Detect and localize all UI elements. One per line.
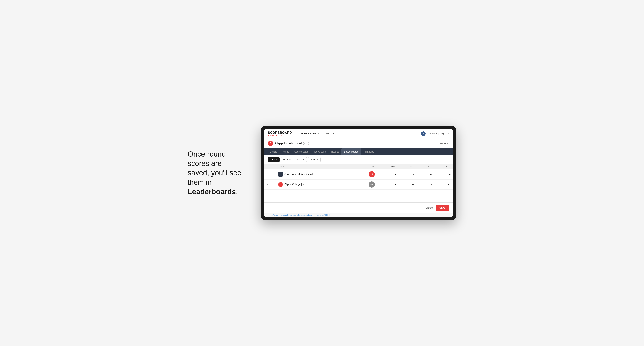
logo-area: SCOREBOARD Powered by clippd xyxy=(268,131,292,136)
user-avatar: S xyxy=(421,131,426,136)
filter-teams-btn[interactable]: Teams xyxy=(268,157,280,162)
tab-details[interactable]: Details xyxy=(267,149,280,155)
leaderboard-table: # TEAM TOTAL THRU RD1 RD2 RD3 1Scoreboar… xyxy=(264,164,453,190)
rd2-cell: -8 xyxy=(416,179,435,190)
tournament-title: Clippd Invitational xyxy=(275,142,302,145)
tab-results[interactable]: Results xyxy=(328,149,342,155)
tab-printables[interactable]: Printables xyxy=(361,149,377,155)
rd3-cell: -6 xyxy=(435,169,453,179)
close-icon: ✕ xyxy=(447,142,449,145)
thru-cell: F xyxy=(377,169,398,179)
col-rank: # xyxy=(264,164,276,169)
footer-save-btn[interactable]: Save xyxy=(436,205,449,211)
team-logo-icon xyxy=(278,172,283,177)
tab-course-setup[interactable]: Course Setup xyxy=(292,149,311,155)
section-tabs: Details Teams Course Setup Tee Groups Re… xyxy=(264,149,453,155)
filter-row: Teams Players Scores Strokes xyxy=(264,155,453,164)
tab-leaderboards[interactable]: Leaderboards xyxy=(342,149,361,155)
url-bar: https://stage-blue-coach.stagescoreboard… xyxy=(264,213,453,217)
header-right: S Test User | Sign out xyxy=(421,131,449,136)
col-rd2: RD2 xyxy=(416,164,435,169)
sign-out-link[interactable]: Sign out xyxy=(440,132,449,135)
total-cell: -5 xyxy=(354,169,377,179)
team-name: Scoreboard University [A] xyxy=(284,173,312,175)
tablet-frame: SCOREBOARD Powered by clippd TOURNAMENTS… xyxy=(260,126,456,220)
nav-tab-teams[interactable]: TEAMS xyxy=(323,129,337,138)
team-cell: Scoreboard University [A] xyxy=(276,169,354,179)
rank-cell: 2 xyxy=(264,179,276,190)
filter-scores-btn[interactable]: Scores xyxy=(294,157,307,162)
table-row: 2CClippd College [A]+3F+8-8+3 xyxy=(264,179,453,190)
col-total: TOTAL xyxy=(354,164,377,169)
cancel-tournament-btn[interactable]: Cancel ✕ xyxy=(438,142,449,145)
score-badge: +3 xyxy=(369,181,375,187)
filter-strokes-btn[interactable]: Strokes xyxy=(308,157,321,162)
tournament-icon: C xyxy=(268,141,273,146)
app-footer: Cancel Save xyxy=(264,202,453,213)
footer-cancel-btn[interactable]: Cancel xyxy=(426,206,433,209)
thru-cell: F xyxy=(377,179,398,190)
separator: | xyxy=(438,132,439,135)
table-row: 1Scoreboard University [A]-5F-4+5-6 xyxy=(264,169,453,179)
user-name: Test User xyxy=(427,132,437,135)
team-logo-c-icon: C xyxy=(278,182,283,187)
filter-players-btn[interactable]: Players xyxy=(281,157,294,162)
col-rd1: RD1 xyxy=(398,164,416,169)
rd2-cell: +5 xyxy=(416,169,435,179)
logo-text: SCOREBOARD xyxy=(268,131,292,135)
logo-sub: Powered by clippd xyxy=(268,135,292,136)
nav-tab-tournaments[interactable]: TOURNAMENTS xyxy=(298,129,323,138)
col-thru: THRU xyxy=(377,164,398,169)
rank-cell: 1 xyxy=(264,169,276,179)
sidebar-description: Once round scores are saved, you'll see … xyxy=(188,150,249,197)
rd1-cell: +8 xyxy=(398,179,416,190)
main-nav: TOURNAMENTS TEAMS xyxy=(298,129,337,138)
table-header-row: # TEAM TOTAL THRU RD1 RD2 RD3 xyxy=(264,164,453,169)
score-badge: -5 xyxy=(369,171,375,177)
col-rd3: RD3 xyxy=(435,164,453,169)
total-cell: +3 xyxy=(354,179,377,190)
rd1-cell: -4 xyxy=(398,169,416,179)
tournament-header: C Clippd Invitational (Men) Cancel ✕ xyxy=(264,138,453,149)
tab-teams[interactable]: Teams xyxy=(280,149,292,155)
tab-tee-groups[interactable]: Tee Groups xyxy=(311,149,328,155)
app-header: SCOREBOARD Powered by clippd TOURNAMENTS… xyxy=(264,129,453,138)
team-cell: CClippd College [A] xyxy=(276,179,354,190)
tablet-screen: SCOREBOARD Powered by clippd TOURNAMENTS… xyxy=(264,129,453,217)
leaderboard-table-container: # TEAM TOTAL THRU RD1 RD2 RD3 1Scoreboar… xyxy=(264,164,453,202)
col-team: TEAM xyxy=(276,164,354,169)
rd3-cell: +3 xyxy=(435,179,453,190)
tournament-subtitle: (Men) xyxy=(303,142,309,145)
team-name: Clippd College [A] xyxy=(284,183,304,186)
